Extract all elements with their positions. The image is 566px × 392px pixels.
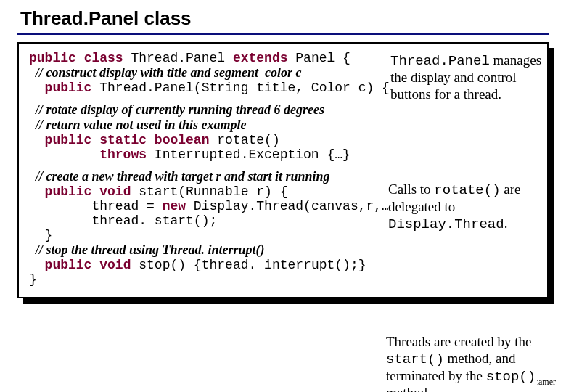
kw-static: static	[99, 133, 147, 147]
annot-code: Thread.Panel	[390, 53, 490, 69]
code-text: Panel {	[288, 51, 350, 65]
annot-code: Display.Thread	[388, 216, 504, 232]
sp	[91, 258, 99, 272]
annot-text: .	[504, 216, 508, 231]
annot-text: method.	[386, 385, 431, 392]
annot-code: stop()	[486, 369, 536, 385]
code-container: public class Thread.Panel extends Panel …	[17, 42, 549, 298]
code-text: start(Runnable r) {	[131, 184, 287, 199]
code-text: rotate()	[209, 133, 279, 147]
sp	[91, 133, 99, 147]
code-line: }	[29, 272, 537, 287]
spacer	[29, 162, 537, 169]
annot-text: Threads are created by the	[386, 334, 531, 349]
code-text: Thread.Panel(String title, Color c) {…}	[91, 81, 405, 95]
sp	[91, 184, 99, 199]
page-title: Thread.Panel class	[20, 7, 559, 30]
code-line: public void stop() {thread. interrupt();…	[29, 258, 537, 272]
code-box: public class Thread.Panel extends Panel …	[17, 42, 549, 298]
kw-void: void	[99, 258, 131, 272]
kw-public: public	[29, 184, 91, 199]
kw-throws: throws	[29, 147, 147, 162]
code-text: stop() {thread. interrupt();}	[131, 258, 366, 272]
kw-public: public	[29, 133, 91, 147]
kw-void: void	[99, 184, 131, 199]
comment-line: // stop the thread using Thread. interru…	[29, 242, 537, 258]
slide: Thread.Panel class public class Thread.P…	[7, 7, 559, 298]
sp	[76, 51, 84, 65]
annot-code: start()	[386, 351, 444, 367]
kw-public: public	[29, 81, 91, 95]
code-line: public static boolean rotate()	[29, 133, 537, 147]
annot-code: rotate()	[434, 182, 500, 198]
kw-public: public	[29, 258, 91, 272]
annot-text: Calls to	[388, 181, 434, 197]
kw-class: class	[84, 51, 123, 65]
kw-public: public	[29, 51, 76, 65]
code-text: Thread.Panel	[123, 51, 233, 65]
kw-boolean: boolean	[155, 133, 210, 147]
annotation-rotate: Calls to rotate() are delegated to Displ…	[388, 181, 537, 232]
code-line: throws Interrupted.Exception {…}	[29, 147, 537, 162]
kw-extends: extends	[233, 51, 288, 65]
code-text: Display.Thread(canvas,r,…);	[186, 199, 405, 213]
title-underline	[17, 33, 549, 35]
code-text: Interrupted.Exception {…}	[147, 147, 350, 162]
sp	[147, 133, 155, 147]
code-text: thread =	[29, 199, 163, 213]
annotation-threadpanel: Thread.Panel manages the display and con…	[390, 52, 543, 102]
kw-new: new	[163, 199, 186, 213]
comment-line: // rotate display of currently running t…	[29, 102, 537, 118]
comment-line: // return value not used in this example	[29, 118, 537, 133]
annotation-start-stop: Threads are created by the start() metho…	[386, 334, 537, 392]
